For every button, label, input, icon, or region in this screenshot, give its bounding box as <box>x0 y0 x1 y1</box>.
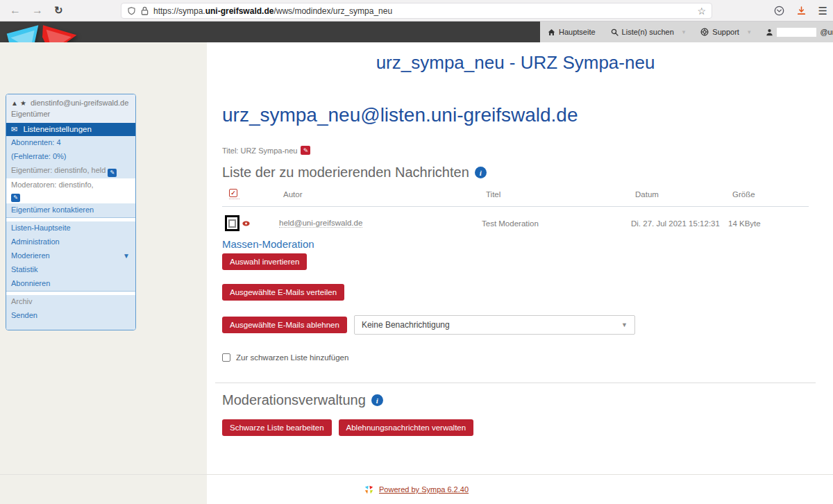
sympa-pinwheel-icon <box>364 485 373 494</box>
blacklist-checkbox-label: Zur schwarzen Liste hinzufügen <box>236 353 348 362</box>
nav-item-search-lists[interactable]: Liste(n) suchen ▾ <box>603 22 693 42</box>
sidebar-item-moderieren[interactable]: Moderieren ▼ <box>6 249 135 263</box>
sidebar-item-eigentuemer-kontaktieren[interactable]: Eigentümer kontaktieren <box>6 203 135 217</box>
invert-selection-button[interactable]: Auswahl invertieren <box>222 253 307 270</box>
powered-by-link[interactable]: Powered by Sympa 6.2.40 <box>379 485 469 494</box>
bookmark-star-icon[interactable]: ☆ <box>697 6 706 17</box>
sidebar-menu: ▲︎★ dienstinfo@uni-greifswald.de Eigentü… <box>6 94 136 330</box>
site-header: Hauptseite Liste(n) suchen ▾ Support ▾ @… <box>0 22 833 42</box>
sidebar-item-statistik[interactable]: Statistik <box>6 263 135 277</box>
nav-item-user-account[interactable]: @uni-greifswald.de ▾ <box>758 22 833 42</box>
edit-pencil-icon[interactable]: ✎ <box>11 194 20 202</box>
shield-icon[interactable] <box>127 6 136 16</box>
table-header-row: ✓ Autor Titel Datum Größe <box>222 189 809 207</box>
redacted-username <box>777 28 816 37</box>
message-size: 14 KByte <box>728 219 809 228</box>
col-header-autor: Autor <box>283 190 486 199</box>
moderation-table: ✓ Autor Titel Datum Größe held@uni-greif… <box>222 189 809 233</box>
top-navigation: Hauptseite Liste(n) suchen ▾ Support ▾ @… <box>540 22 833 42</box>
sidebar-item-eigentuemer: Eigentümer: dienstinfo, held ✎ <box>6 164 135 178</box>
sidebar-user-email: dienstinfo@uni-greifswald.de <box>31 99 128 107</box>
search-icon <box>611 28 619 36</box>
message-author[interactable]: held@uni-greifswald.de <box>279 219 362 228</box>
reject-row: Ausgewählte E-Mails ablehnen Keine Benac… <box>222 315 809 335</box>
support-icon <box>700 28 709 36</box>
management-buttons-row: Schwarze Liste bearbeiten Ablehnungsnach… <box>222 419 809 436</box>
sidebar-item-abonnieren[interactable]: Abonnieren <box>6 277 135 291</box>
message-checkbox[interactable] <box>225 215 239 231</box>
user-icon: ▲︎ <box>11 99 18 107</box>
sidebar-item-listeneinstellungen[interactable]: ✉ Listeneinstellungen <box>6 123 135 136</box>
page-title: urz_sympa_neu - URZ Sympa-neu <box>222 52 809 74</box>
sidebar-item-moderatoren: Moderatoren: dienstinfo, ✎ <box>6 178 135 204</box>
col-header-groesse: Größe <box>732 190 809 199</box>
nav-home-label: Hauptseite <box>559 28 596 36</box>
edit-pencil-icon[interactable]: ✎ <box>108 169 117 177</box>
nav-support-label: Support <box>712 28 739 36</box>
nav-item-support[interactable]: Support ▾ <box>693 22 758 42</box>
nav-search-label: Liste(n) suchen <box>622 28 674 36</box>
page-footer: Powered by Sympa 6.2.40 <box>0 474 833 504</box>
sidebar-item-archiv: Archiv <box>6 295 135 309</box>
blacklist-checkbox-row: Zur schwarzen Liste hinzufügen <box>222 353 809 362</box>
chevron-down-icon: ▼ <box>123 251 130 262</box>
sidebar-item-senden[interactable]: Senden <box>6 309 135 330</box>
checked-checkbox-icon: ✓ <box>229 189 237 197</box>
user-icon <box>766 28 773 36</box>
browser-toolbar: ← → ↻ https://sympa.uni-greifswald.de/ww… <box>0 0 833 22</box>
distribute-emails-button[interactable]: Ausgewählte E-Mails verteilen <box>222 284 344 301</box>
moderation-list-heading: Liste der zu moderierenden Nachrichten i <box>222 165 809 180</box>
pocket-icon[interactable] <box>774 6 784 16</box>
forward-icon[interactable]: → <box>32 4 43 17</box>
nav-user-domain: @uni-greifswald.de <box>820 28 833 36</box>
message-title: Test Moderation <box>482 219 631 228</box>
left-column: ▲︎★ dienstinfo@uni-greifswald.de Eigentü… <box>0 42 207 504</box>
sidebar-user-info: ▲︎★ dienstinfo@uni-greifswald.de Eigentü… <box>6 94 135 123</box>
nav-item-home[interactable]: Hauptseite <box>540 22 603 42</box>
list-address-heading: urz_sympa_neu@listen.uni-greifswald.de <box>222 104 809 126</box>
sidebar-active-label: Listeneinstellungen <box>23 125 91 133</box>
info-icon[interactable]: i <box>475 167 487 178</box>
notification-select-value: Keine Benachrichtigung <box>362 320 450 330</box>
menu-icon[interactable]: ☰ <box>818 5 827 17</box>
back-icon[interactable]: ← <box>10 4 21 17</box>
main-content: urz_sympa_neu - URZ Sympa-neu urz_sympa_… <box>207 42 833 504</box>
list-title-row: Titel: URZ Sympa-neu ✎ <box>222 146 809 155</box>
blacklist-checkbox[interactable] <box>222 353 230 362</box>
notification-select[interactable]: Keine Benachrichtigung ▼ <box>354 315 635 335</box>
info-icon[interactable]: i <box>371 394 383 406</box>
table-row: held@uni-greifswald.de Test Moderation D… <box>222 207 809 233</box>
col-header-datum: Datum <box>635 190 732 199</box>
download-icon[interactable] <box>796 6 807 16</box>
envelope-icon: ✉ <box>11 125 17 133</box>
select-all-checkbox[interactable]: ✓ <box>229 189 239 199</box>
mass-moderation-heading: Massen-Moderation <box>222 238 809 250</box>
chevron-down-icon: ▾ <box>748 28 751 35</box>
reload-icon[interactable]: ↻ <box>54 4 63 17</box>
manage-rejection-messages-button[interactable]: Ablehnungsnachrichten verwalten <box>339 419 474 436</box>
col-header-titel: Titel <box>486 190 635 199</box>
star-icon: ★ <box>20 99 26 107</box>
message-date: Di. 27. Jul 2021 15:12:31 <box>631 219 728 228</box>
url-bar[interactable]: https://sympa.uni-greifswald.de/wws/modi… <box>121 3 712 19</box>
edit-blacklist-button[interactable]: Schwarze Liste bearbeiten <box>222 419 332 436</box>
sidebar-item-administration[interactable]: Administration <box>6 235 135 249</box>
sidebar-user-role: Eigentümer <box>11 110 50 118</box>
sidebar-item-listen-hauptseite[interactable]: Listen-Hauptseite <box>6 221 135 235</box>
section-divider <box>215 383 816 383</box>
reject-emails-button[interactable]: Ausgewählte E-Mails ablehnen <box>222 317 347 333</box>
list-title-label: Titel: URZ Sympa-neu <box>222 146 297 155</box>
moderation-management-heading: Moderationsverwaltung i <box>222 392 809 408</box>
edit-title-icon[interactable]: ✎ <box>301 146 310 155</box>
sidebar-item-fehlerrate[interactable]: (Fehlerrate: 0%) <box>6 150 135 164</box>
chevron-down-icon: ▼ <box>621 321 628 328</box>
sidebar-item-abonnenten[interactable]: Abonnenten: 4 <box>6 136 135 150</box>
chevron-down-icon: ▾ <box>682 28 686 35</box>
home-icon <box>548 28 555 36</box>
eye-icon[interactable] <box>242 221 250 226</box>
lock-icon[interactable] <box>141 6 149 15</box>
url-text[interactable]: https://sympa.uni-greifswald.de/wws/modi… <box>153 6 692 16</box>
